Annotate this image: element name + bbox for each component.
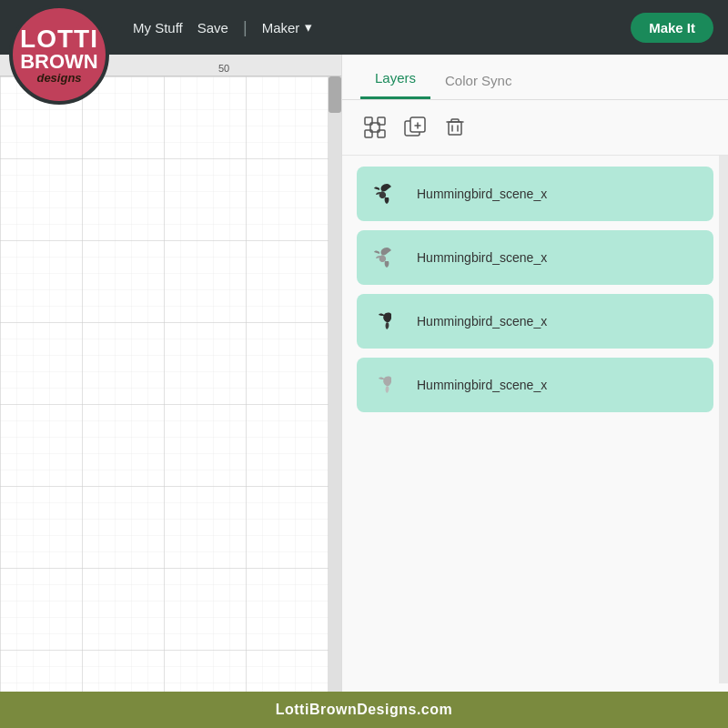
layers-scrollbar[interactable] xyxy=(719,156,728,683)
logo-designs: designs xyxy=(36,72,81,84)
layer-name: Hummingbird_scene_x xyxy=(417,378,547,392)
tabs-bar: Layers Color Sync xyxy=(342,55,728,100)
main-area: 50 Layers xyxy=(0,55,728,692)
layer-name: Hummingbird_scene_x xyxy=(417,187,547,201)
layer-item[interactable]: Hummingbird_scene_x xyxy=(357,358,713,412)
scrollbar-right[interactable] xyxy=(329,76,341,692)
nav-links: My Stuff Save | Maker ▾ xyxy=(133,18,312,37)
my-stuff-link[interactable]: My Stuff xyxy=(133,20,183,35)
layer-thumbnail xyxy=(371,177,404,210)
delete-icon-button[interactable] xyxy=(440,113,470,142)
chevron-down-icon: ▾ xyxy=(305,19,312,35)
duplicate-icon-button[interactable] xyxy=(400,113,430,142)
layer-name: Hummingbird_scene_x xyxy=(417,250,547,265)
scrollbar-thumb[interactable] xyxy=(329,76,341,113)
svg-rect-11 xyxy=(449,122,461,135)
layer-item[interactable]: Hummingbird_scene_x xyxy=(357,167,713,221)
layer-thumbnail xyxy=(371,305,404,338)
nav-separator: | xyxy=(243,18,248,37)
layer-item[interactable]: Hummingbird_scene_x xyxy=(357,230,713,285)
save-link[interactable]: Save xyxy=(197,20,228,35)
right-panel: Layers Color Sync xyxy=(341,55,728,692)
logo-brown: BROWN xyxy=(20,52,98,72)
layer-item[interactable]: Hummingbird_scene_x xyxy=(357,294,713,349)
ruler-mark: 50 xyxy=(218,63,229,74)
logo-lotti: LOTTI xyxy=(20,26,98,52)
footer-text: LottiBrownDesigns.com xyxy=(276,702,453,718)
tab-layers[interactable]: Layers xyxy=(360,59,430,99)
layer-name: Hummingbird_scene_x xyxy=(417,314,547,329)
tab-color-sync[interactable]: Color Sync xyxy=(430,62,526,99)
logo: LOTTI BROWN designs xyxy=(9,5,109,105)
maker-dropdown[interactable]: Maker ▾ xyxy=(262,19,313,35)
make-it-button[interactable]: Make It xyxy=(631,13,713,43)
canvas-area: 50 xyxy=(0,55,341,692)
layer-thumbnail xyxy=(371,241,404,274)
toolbar-row xyxy=(342,100,728,156)
layers-list: Hummingbird_scene_x Hummingbird_scene_x xyxy=(342,156,728,683)
header: LOTTI BROWN designs My Stuff Save | Make… xyxy=(0,0,728,55)
group-icon-button[interactable] xyxy=(360,113,389,142)
grid-canvas xyxy=(0,76,329,692)
svg-rect-1 xyxy=(0,76,329,692)
layer-thumbnail xyxy=(371,369,404,401)
footer: LottiBrownDesigns.com xyxy=(0,692,728,728)
maker-label: Maker xyxy=(262,20,300,35)
